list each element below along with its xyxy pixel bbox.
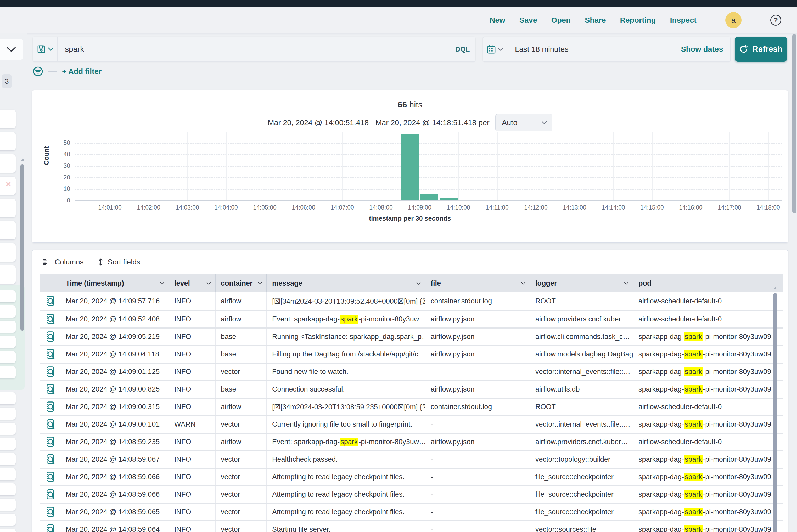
field-card[interactable] [0, 351, 16, 363]
help-icon[interactable]: ? [770, 15, 781, 26]
column-header-pod[interactable]: pod [633, 274, 783, 292]
expand-row-button[interactable] [40, 311, 60, 327]
column-header-file[interactable]: file [425, 274, 530, 292]
field-card[interactable] [0, 305, 16, 318]
field-card[interactable] [0, 498, 16, 511]
page-scrollbar[interactable] [792, 34, 796, 213]
highlight-match: spark [684, 490, 703, 499]
expand-row-button[interactable] [45, 489, 55, 500]
cell-pod: sparkapp-dag-spark-pi-monitor-80y3uw09 [633, 328, 783, 345]
column-header-logger[interactable]: logger [530, 274, 633, 292]
expand-row-button[interactable] [45, 471, 55, 483]
field-card[interactable] [0, 243, 16, 262]
expand-row-button[interactable] [40, 486, 60, 503]
column-header-message[interactable]: message [267, 274, 425, 292]
histogram-bar[interactable] [420, 193, 438, 201]
field-card[interactable] [0, 110, 16, 128]
interval-select[interactable]: Auto [495, 114, 552, 131]
table-scrollbar[interactable] [773, 293, 777, 532]
search-query-input[interactable]: spark [58, 37, 450, 61]
columns-button[interactable]: Columns [43, 258, 84, 266]
expand-row-button[interactable] [40, 434, 60, 450]
histogram-bar[interactable] [440, 198, 458, 201]
calendar-menu-button[interactable] [483, 37, 507, 61]
expand-row-button[interactable] [40, 346, 60, 362]
field-card[interactable] [0, 154, 16, 173]
field-card[interactable] [0, 132, 16, 150]
field-card[interactable] [0, 221, 16, 239]
cell-pod: airflow-scheduler-default-0 [633, 434, 783, 450]
saved-query-menu-button[interactable] [33, 37, 58, 61]
table-scroll-up-arrow[interactable] [774, 287, 777, 289]
histogram-bar[interactable] [401, 134, 419, 201]
field-card[interactable] [0, 438, 16, 450]
refresh-button[interactable]: Refresh [735, 37, 787, 62]
time-range-display[interactable]: Last 18 minutes [507, 37, 680, 61]
expand-row-button[interactable] [40, 399, 60, 415]
nav-link-share[interactable]: Share [585, 16, 606, 24]
expand-row-button[interactable] [45, 524, 55, 532]
column-header-time-timestamp[interactable]: Time (timestamp) [60, 274, 169, 292]
sidebar-scrollbar[interactable] [20, 164, 24, 330]
expand-row-button[interactable] [45, 436, 55, 448]
expand-row-button[interactable] [45, 349, 55, 360]
field-card[interactable] [0, 336, 16, 348]
field-card[interactable]: × [0, 176, 16, 195]
expand-row-button[interactable] [40, 292, 60, 310]
sidebar-collapse-button[interactable] [0, 39, 23, 60]
expand-row-button[interactable] [40, 504, 60, 520]
field-card[interactable] [0, 407, 16, 420]
field-card[interactable] [0, 392, 16, 404]
expand-row-button[interactable] [40, 521, 60, 532]
query-language-toggle[interactable]: DQL [450, 37, 475, 61]
nav-link-reporting[interactable]: Reporting [620, 16, 656, 24]
expand-row-button[interactable] [40, 416, 60, 433]
column-header-level[interactable]: level [169, 274, 216, 292]
sidebar-scroll-up-arrow[interactable] [21, 158, 24, 161]
filter-icon[interactable] [33, 66, 43, 77]
add-filter-button[interactable]: + Add filter [62, 67, 101, 76]
expand-row-button[interactable] [45, 314, 55, 325]
expand-row-button[interactable] [45, 401, 55, 413]
field-card[interactable] [0, 529, 16, 532]
field-card[interactable] [0, 265, 16, 284]
expand-row-button[interactable] [40, 381, 60, 398]
sort-fields-button[interactable]: Sort fields [98, 258, 140, 266]
field-card[interactable] [0, 423, 16, 435]
field-card[interactable] [0, 366, 16, 378]
field-card[interactable] [0, 199, 16, 217]
field-card[interactable] [0, 321, 16, 333]
expand-row-button[interactable] [45, 419, 55, 430]
expand-row-button[interactable] [45, 331, 55, 343]
expand-row-button[interactable] [45, 506, 55, 518]
nav-link-new[interactable]: New [489, 16, 505, 24]
column-header-label: container [221, 279, 253, 287]
expand-row-button[interactable] [40, 364, 60, 380]
expand-row-button[interactable] [45, 366, 55, 378]
expand-row-button[interactable] [40, 469, 60, 485]
expand-row-button[interactable] [40, 451, 60, 468]
nav-link-save[interactable]: Save [519, 16, 537, 24]
field-card[interactable] [0, 483, 16, 495]
remove-field-icon[interactable]: × [6, 179, 11, 189]
field-card[interactable] [0, 290, 16, 302]
expand-row-button[interactable] [40, 328, 60, 345]
chevron-down-icon [6, 46, 16, 52]
user-avatar[interactable]: a [725, 12, 742, 28]
cell-level: INFO [169, 346, 216, 362]
expand-row-button[interactable] [45, 384, 55, 395]
nav-link-inspect[interactable]: Inspect [670, 16, 697, 24]
nav-link-open[interactable]: Open [551, 16, 571, 24]
field-card[interactable] [0, 453, 16, 465]
show-dates-button[interactable]: Show dates [680, 37, 724, 61]
table-toolbar: Columns Sort fields [32, 250, 788, 274]
gridline [75, 166, 782, 167]
hits-time-range: Mar 20, 2024 @ 14:00:51.418 - Mar 20, 20… [268, 118, 489, 127]
histogram-plot[interactable]: 0102030405014:01:0014:02:0014:03:0014:04… [75, 132, 782, 201]
column-header-container[interactable]: container [216, 274, 267, 292]
field-card[interactable] [0, 514, 16, 526]
field-card[interactable] [0, 468, 16, 480]
expand-row-button[interactable] [45, 454, 55, 465]
expand-row-button[interactable] [45, 296, 55, 307]
cell-logger: file_source::checkpointer [530, 504, 633, 520]
